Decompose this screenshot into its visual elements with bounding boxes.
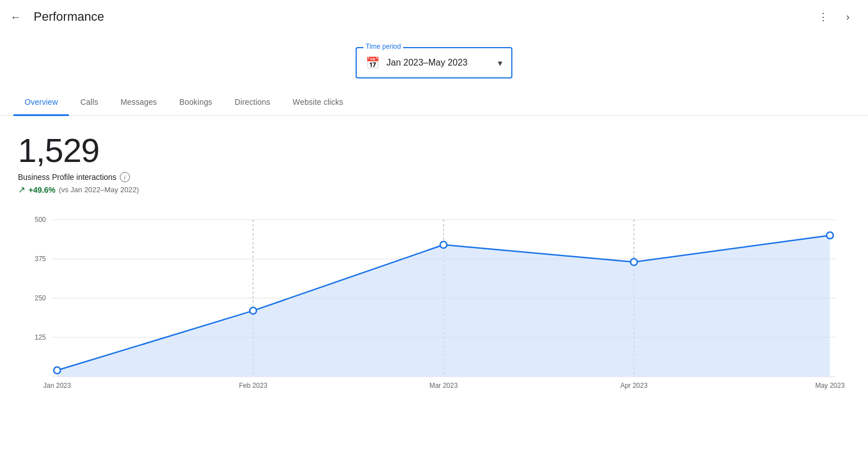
header-left: ← Performance (4, 6, 104, 28)
svg-text:375: 375 (35, 255, 46, 263)
more-options-button[interactable]: ⋮ (812, 6, 834, 28)
chart-dot-apr[interactable] (631, 259, 637, 266)
time-period-value: Jan 2023–May 2023 (386, 58, 468, 68)
chart-dot-jan[interactable] (54, 367, 60, 374)
chart-container: 500 375 250 125 Jan 2023 Feb 2023 Mar 20… (0, 195, 868, 419)
change-value: +49.6% (29, 186, 55, 194)
forward-button[interactable]: › (837, 6, 859, 28)
x-label-may: May 2023 (815, 382, 845, 389)
dropdown-arrow-icon: ▾ (498, 58, 502, 68)
chart-dot-mar[interactable] (440, 242, 447, 248)
change-period: (vs Jan 2022–May 2022) (59, 186, 139, 194)
svg-text:250: 250 (35, 294, 46, 302)
page-title: Performance (34, 10, 104, 24)
stat-number: 1,529 (18, 134, 850, 168)
info-icon[interactable]: i (120, 172, 130, 182)
time-period-left: 📅 Jan 2023–May 2023 (366, 56, 468, 69)
x-label-apr: Apr 2023 (620, 382, 648, 389)
time-period-dropdown[interactable]: Time period 📅 Jan 2023–May 2023 ▾ (356, 47, 512, 78)
tab-website-clicks[interactable]: Website clicks (282, 90, 354, 116)
chart-dot-may[interactable] (827, 232, 833, 239)
tab-overview[interactable]: Overview (13, 90, 69, 116)
back-button[interactable]: ← (4, 6, 27, 28)
stat-label-text: Business Profile interactions (18, 173, 116, 182)
tabs-container: Overview Calls Messages Bookings Directi… (0, 90, 868, 116)
time-period-content: 📅 Jan 2023–May 2023 ▾ (366, 56, 502, 69)
x-label-feb: Feb 2023 (239, 382, 268, 389)
tab-messages[interactable]: Messages (109, 90, 168, 116)
stat-label: Business Profile interactions i (18, 172, 850, 182)
header: ← Performance ⋮ › (0, 0, 868, 34)
performance-chart: 500 375 250 125 Jan 2023 Feb 2023 Mar 20… (18, 208, 850, 399)
calendar-icon: 📅 (366, 56, 380, 69)
time-period-container: Time period 📅 Jan 2023–May 2023 ▾ (0, 34, 868, 90)
header-right: ⋮ › (812, 6, 859, 28)
chart-dot-feb[interactable] (250, 307, 256, 314)
stats-section: 1,529 Business Profile interactions i ↗ … (0, 116, 868, 195)
stat-change: ↗ +49.6% (vs Jan 2022–May 2022) (18, 184, 850, 195)
time-period-label: Time period (363, 43, 403, 50)
x-label-mar: Mar 2023 (430, 382, 458, 389)
svg-text:125: 125 (35, 333, 46, 341)
trend-up-icon: ↗ (18, 184, 25, 195)
x-label-jan: Jan 2023 (43, 382, 71, 389)
tab-bookings[interactable]: Bookings (168, 90, 223, 116)
svg-text:500: 500 (35, 216, 46, 224)
tab-calls[interactable]: Calls (69, 90, 109, 116)
tab-directions[interactable]: Directions (223, 90, 282, 116)
